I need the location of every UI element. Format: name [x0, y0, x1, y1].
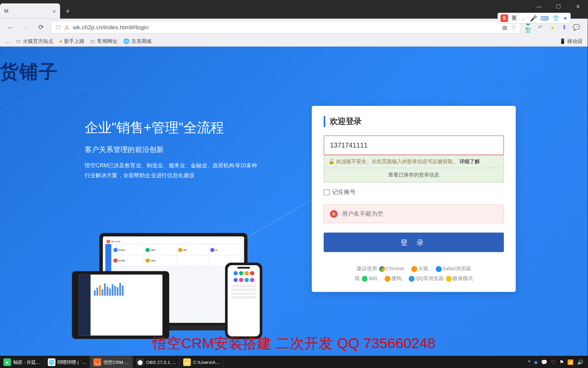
tablet-mockup — [72, 271, 169, 339]
reload-button[interactable]: ⟳ — [35, 21, 46, 32]
ime-keyboard-icon[interactable]: ⌨ — [540, 15, 549, 22]
bookmark-overflow[interactable]: … — [5, 38, 10, 44]
ext-dot-icon[interactable]: ● — [549, 23, 556, 31]
login-card: 欢迎登录 🔓 此连接不安全。在此页面输入的登录信息可以被窃取。 详细了解 查看已… — [312, 106, 516, 292]
360-icon — [362, 276, 368, 281]
ext-undo-icon[interactable]: ↶ — [537, 23, 544, 31]
bookmark-item[interactable]: 🗀常用网址 — [90, 37, 117, 45]
login-title: 欢迎登录 — [324, 116, 504, 127]
safari-icon — [436, 266, 441, 272]
folder-icon: 🗀 — [16, 38, 21, 44]
ime-toolbar[interactable]: S 英 ， 🎤 ⌨ 👕 ✦ — [497, 13, 571, 24]
error-message: ✕ 用户名不能为空 — [324, 205, 504, 224]
mobile-bookmarks[interactable]: 📱移动设 — [559, 37, 583, 45]
back-button[interactable]: ← — [5, 21, 16, 32]
tray-shield-icon[interactable]: 🛡 — [551, 359, 556, 365]
globe-icon: 🌐 — [123, 38, 130, 44]
maximize-button[interactable]: ☐ — [549, 0, 568, 13]
hero-section: 企业"销售+管理"全流程 客户关系管理的前沿创新 悟空CRM已涉及教育业、制造业… — [85, 119, 296, 180]
explorer-icon: 📁 — [183, 358, 191, 366]
sogou-icon — [385, 276, 390, 281]
folder-icon: 🗀 — [90, 38, 95, 44]
error-icon: ✕ — [330, 210, 338, 218]
obs-icon: ⬤ — [136, 358, 144, 366]
browser-chrome: M × + — ☐ ✕ S 英 ， 🎤 ⌨ 👕 ✦ ← → ⟳ 🛡 ⚠ wk.c… — [0, 0, 588, 47]
shield-icon[interactable]: 🛡 — [55, 24, 61, 30]
tray-up-icon[interactable]: ^ — [528, 359, 530, 365]
taskbar-item[interactable]: ● 蜗居 - 许廷… — [0, 356, 44, 368]
security-warning: 🔓 此连接不安全。在此页面输入的登录信息可以被窃取。 详细了解 — [324, 155, 504, 168]
close-window-button[interactable]: ✕ — [568, 0, 588, 13]
view-saved-logins-link[interactable]: 查看已保存的登录信息 — [324, 168, 504, 183]
qq-icon — [409, 276, 414, 281]
lightning-icon — [446, 276, 452, 281]
firefox-icon: ● — [59, 38, 62, 44]
tray-app-icon[interactable]: ◆ — [534, 359, 538, 365]
login-submit-button[interactable]: 登 录 — [324, 233, 504, 252]
new-tab-button[interactable]: + — [62, 5, 74, 17]
device-mockups: 悟空CRM 23,931 1601 439 22 20,000 4323 — [72, 233, 275, 343]
tray-volume-icon[interactable]: 🔊 — [577, 359, 584, 365]
bookmark-item[interactable]: 🗀火狐官方站点 — [16, 37, 53, 45]
lock-warning-icon: 🔓 — [328, 158, 335, 164]
extension-icons: �型 ↶ ● ⬇ 💬 — [525, 23, 583, 31]
sogou-ime-icon: S — [501, 14, 508, 22]
firefox-icon — [411, 266, 417, 272]
remember-checkbox[interactable] — [324, 189, 329, 195]
tray-chat-icon[interactable]: 💬 — [541, 359, 548, 365]
url-text: wk.ch2p.cn/index.html#/login — [73, 24, 499, 31]
app-icon: ● — [3, 358, 11, 366]
ime-mic-icon[interactable]: 🎤 — [530, 15, 537, 22]
ext-wechat-icon[interactable]: 💬 — [572, 23, 580, 31]
ime-language[interactable]: 英 — [511, 14, 517, 22]
page-content: 货铺子 企业"销售+管理"全流程 客户关系管理的前沿创新 悟空CRM已涉及教育业… — [0, 47, 588, 356]
hero-title: 企业"销售+管理"全流程 — [85, 119, 296, 137]
ime-punct-icon[interactable]: ， — [520, 14, 526, 22]
taskbar-item[interactable]: 🦊 悟空CRM … — [90, 356, 133, 368]
taskbar-item[interactable]: 📁 C:\Users\A… — [180, 356, 224, 368]
taskbar-item[interactable]: 🌐 哔哩哔哩 ( ˙… — [44, 356, 90, 368]
bookmark-item[interactable]: ●新手上路 — [59, 37, 84, 45]
hero-subtitle: 客户关系管理的前沿创新 — [85, 145, 296, 155]
hero-description: 悟空CRM已涉及教育业、制造业、服务业、金融业、政府机构等10多种 行业解决方案… — [85, 160, 296, 180]
brand-logo: 货铺子 — [0, 59, 59, 84]
browser-tab[interactable]: M × — [0, 3, 60, 19]
mobile-icon: 📱 — [559, 38, 566, 44]
browser-recommendation: 建议使用 Chrome、 火狐、 Safari浏览器 或 360、 搜狗、 QQ… — [324, 264, 504, 283]
ext-download-icon[interactable]: ⬇ — [560, 23, 568, 31]
minimize-button[interactable]: — — [529, 0, 549, 13]
security-learn-more-link[interactable]: 详细了解 — [459, 158, 480, 164]
tab-title: M — [4, 8, 8, 14]
ext-crop-icon[interactable]: �型 — [525, 23, 533, 31]
ime-toolbox-icon[interactable]: ✦ — [563, 15, 568, 22]
windows-taskbar[interactable]: ● 蜗居 - 许廷… 🌐 哔哩哔哩 ( ˙… 🦊 悟空CRM … ⬤ OBS 2… — [0, 356, 588, 368]
url-bar[interactable]: 🛡 ⚠ wk.ch2p.cn/index.html#/login ▦ ☆ — [51, 21, 521, 33]
bookmark-star-icon[interactable]: ☆ — [511, 23, 516, 31]
overlay-watermark: 悟空CRM安装搭建 二次开发 QQ 735660248 — [152, 334, 436, 353]
phone-mockup — [225, 263, 262, 339]
lock-broken-icon[interactable]: ⚠ — [64, 24, 69, 30]
forward-button[interactable]: → — [20, 21, 31, 32]
bookmark-item[interactable]: 🌐京东商城 — [123, 37, 151, 45]
tray-flag-icon[interactable]: ⚑ — [559, 359, 564, 365]
system-tray[interactable]: ^ ◆ 💬 🛡 ⚑ 📶 🔊 — [524, 359, 588, 365]
username-input[interactable] — [324, 136, 504, 155]
taskbar-item[interactable]: ⬤ OBS 27.0.1 … — [133, 356, 180, 368]
bookmark-bar: … 🗀火狐官方站点 ●新手上路 🗀常用网址 🌐京东商城 📱移动设 — [0, 35, 588, 46]
firefox-icon: 🦊 — [94, 358, 101, 366]
ime-skin-icon[interactable]: 👕 — [552, 15, 559, 22]
close-icon[interactable]: × — [52, 7, 56, 14]
tray-network-icon[interactable]: 📶 — [567, 359, 574, 365]
chrome-icon — [379, 266, 385, 272]
chrome-icon: 🌐 — [48, 358, 55, 366]
remember-checkbox-label[interactable]: 记住账号 — [324, 188, 504, 196]
reader-icon[interactable]: ▦ — [502, 24, 507, 30]
